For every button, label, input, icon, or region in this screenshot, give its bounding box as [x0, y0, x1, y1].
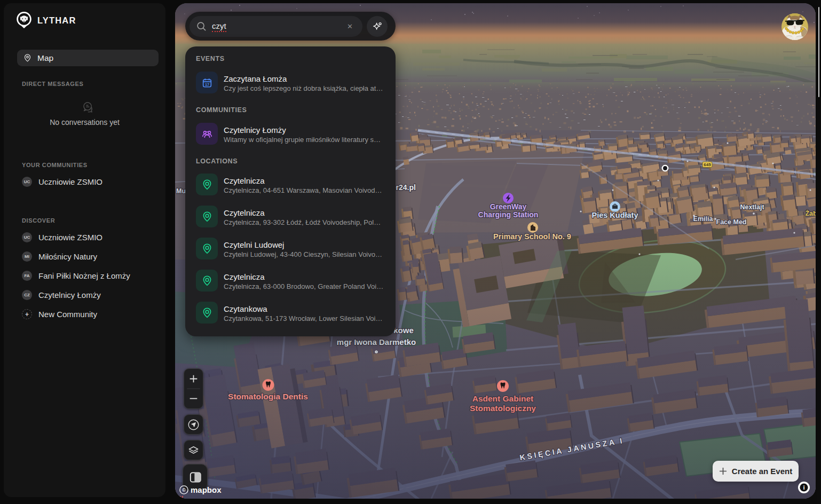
svg-text:645: 645 [704, 162, 711, 167]
svg-text:mgr Iwona Darmetko: mgr Iwona Darmetko [337, 337, 416, 346]
svg-text:Emilia: Emilia [693, 215, 714, 223]
svg-text:Face Med: Face Med [716, 218, 747, 226]
svg-text:Charging Station: Charging Station [478, 210, 539, 219]
svg-text:kowe: kowe [393, 326, 414, 335]
svg-text:Stomatologiczny: Stomatologiczny [470, 404, 536, 413]
svg-text:Primary School No. 9: Primary School No. 9 [493, 232, 571, 241]
svg-text:©: © [182, 487, 186, 493]
svg-text:Asdent Gabinet: Asdent Gabinet [472, 394, 534, 403]
svg-text:Żabk: Żabk [805, 209, 816, 217]
svg-text:17: 17 [204, 82, 209, 86]
svg-text:Stomatologia Dentis: Stomatologia Dentis [228, 392, 308, 401]
svg-text:Nextlajt: Nextlajt [740, 203, 764, 211]
svg-text:GreenWay: GreenWay [490, 202, 527, 211]
svg-text:i: i [803, 484, 804, 491]
svg-text:Pies Kudłaty: Pies Kudłaty [591, 211, 638, 219]
